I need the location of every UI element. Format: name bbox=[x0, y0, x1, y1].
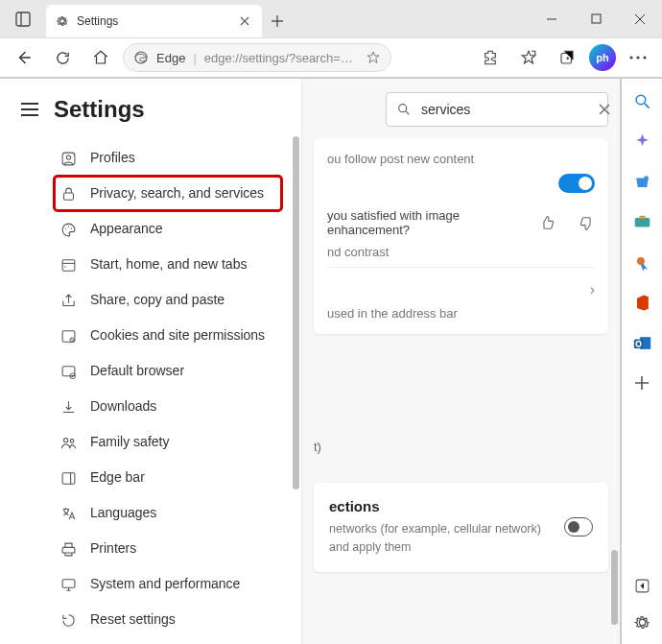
family-icon bbox=[59, 434, 77, 451]
nav-label: Family safety bbox=[90, 433, 169, 450]
toggle-switch[interactable] bbox=[558, 174, 595, 193]
rail-outlook-icon[interactable] bbox=[631, 332, 652, 353]
svg-rect-34 bbox=[639, 216, 645, 219]
edge-logo-icon bbox=[133, 50, 149, 65]
rail-collapse-icon[interactable] bbox=[631, 575, 652, 596]
snippet-text: t) bbox=[314, 440, 608, 454]
rail-add-icon[interactable] bbox=[631, 372, 652, 394]
nav-item-reset[interactable]: Reset settings bbox=[54, 602, 282, 637]
gear-icon bbox=[56, 14, 69, 28]
nav-scrollbar[interactable] bbox=[293, 136, 299, 489]
download-icon bbox=[59, 398, 77, 416]
svg-line-29 bbox=[406, 111, 409, 114]
svg-point-12 bbox=[64, 227, 65, 228]
tab-title: Settings bbox=[77, 14, 229, 28]
lock-icon bbox=[59, 185, 77, 203]
browser-tab[interactable]: Settings bbox=[46, 5, 262, 37]
svg-point-28 bbox=[399, 105, 407, 112]
browser-check-icon bbox=[59, 363, 77, 380]
favorite-star-icon[interactable] bbox=[366, 50, 381, 65]
nav-item-privacy[interactable]: Privacy, search, and services bbox=[54, 176, 282, 211]
rail-tools-icon[interactable] bbox=[631, 211, 652, 232]
nav-label: Profiles bbox=[90, 149, 135, 166]
svg-point-14 bbox=[70, 227, 71, 228]
nav-item-cookies[interactable]: Cookies and site permissions bbox=[54, 318, 282, 353]
refresh-button[interactable] bbox=[46, 41, 79, 74]
nav-label: Languages bbox=[90, 504, 156, 521]
search-icon bbox=[396, 102, 412, 117]
svg-rect-0 bbox=[16, 12, 30, 26]
svg-point-17 bbox=[64, 266, 65, 267]
rail-settings-icon[interactable] bbox=[631, 611, 652, 632]
profile-icon bbox=[59, 150, 77, 167]
printer-icon bbox=[59, 540, 77, 558]
close-window-button[interactable] bbox=[618, 0, 662, 37]
more-menu-button[interactable] bbox=[622, 41, 654, 74]
nav-item-system[interactable]: System and performance bbox=[54, 566, 282, 602]
share-icon bbox=[59, 292, 77, 309]
chevron-right-icon[interactable]: › bbox=[590, 281, 595, 298]
nav-label: Downloads bbox=[90, 397, 156, 415]
close-tab-button[interactable] bbox=[237, 13, 252, 29]
nav-item-share[interactable]: Share, copy and paste bbox=[54, 282, 282, 318]
language-icon bbox=[59, 505, 77, 522]
nav-item-default-browser[interactable]: Default browser bbox=[54, 353, 282, 389]
address-url: edge://settings/?search=se... bbox=[204, 51, 358, 65]
nav-menu-button[interactable] bbox=[21, 103, 38, 116]
nav-item-start[interactable]: Start, home, and new tabs bbox=[54, 247, 282, 282]
address-bar[interactable]: Edge | edge://settings/?search=se... bbox=[123, 43, 391, 72]
address-prefix: Edge bbox=[156, 51, 185, 65]
nav-label: Cookies and site permissions bbox=[90, 326, 265, 344]
settings-search[interactable] bbox=[386, 92, 608, 127]
profile-avatar[interactable]: ph bbox=[589, 44, 616, 71]
svg-rect-9 bbox=[62, 153, 75, 165]
svg-point-6 bbox=[629, 56, 632, 59]
sidebar-icon bbox=[59, 469, 77, 487]
svg-line-20 bbox=[70, 338, 73, 341]
snippet-text: used in the address bar bbox=[327, 306, 595, 321]
cookie-icon bbox=[59, 327, 77, 345]
section-subtitle: networks (for example, cellular network)… bbox=[329, 520, 564, 557]
svg-point-32 bbox=[644, 176, 649, 180]
svg-line-31 bbox=[644, 103, 649, 107]
minimize-button[interactable] bbox=[530, 0, 574, 37]
snippet-text: ou follow post new content bbox=[327, 152, 595, 166]
question-text: you satisfied with image enhancement? bbox=[327, 208, 539, 237]
favorites-button[interactable] bbox=[512, 41, 545, 74]
maximize-button[interactable] bbox=[574, 0, 618, 37]
nav-item-appearance[interactable]: Appearance bbox=[54, 211, 282, 247]
nav-item-languages[interactable]: Languages bbox=[54, 495, 282, 531]
home-button[interactable] bbox=[84, 41, 117, 74]
toggle-switch[interactable] bbox=[564, 517, 593, 537]
nav-label: System and performance bbox=[90, 575, 240, 592]
svg-rect-27 bbox=[62, 579, 75, 587]
extensions-button[interactable] bbox=[474, 41, 507, 74]
nav-item-downloads[interactable]: Downloads bbox=[54, 389, 282, 424]
nav-item-printers[interactable]: Printers bbox=[54, 531, 282, 566]
rail-rewards-icon[interactable] bbox=[631, 251, 652, 273]
svg-rect-15 bbox=[62, 259, 75, 270]
thumbs-down-button[interactable] bbox=[579, 215, 595, 231]
nav-item-family[interactable]: Family safety bbox=[54, 424, 282, 460]
rail-shopping-icon[interactable] bbox=[631, 171, 652, 192]
panel-scrollbar[interactable] bbox=[611, 550, 618, 625]
window-icon bbox=[59, 256, 77, 274]
rail-discover-icon[interactable] bbox=[631, 131, 652, 152]
monitor-icon bbox=[59, 576, 77, 593]
thumbs-up-button[interactable] bbox=[539, 215, 556, 231]
nav-item-profiles[interactable]: Profiles bbox=[54, 140, 282, 176]
svg-rect-11 bbox=[63, 193, 73, 200]
search-input[interactable] bbox=[421, 102, 589, 117]
svg-point-13 bbox=[67, 226, 68, 227]
new-tab-button[interactable] bbox=[262, 5, 293, 37]
palette-icon bbox=[59, 221, 77, 238]
svg-point-8 bbox=[643, 56, 646, 59]
tab-actions-button[interactable] bbox=[0, 0, 46, 37]
rail-search-icon[interactable] bbox=[631, 90, 652, 111]
rail-office-icon[interactable] bbox=[631, 292, 652, 313]
svg-point-10 bbox=[66, 155, 70, 158]
nav-item-edgebar[interactable]: Edge bar bbox=[54, 460, 282, 495]
clear-search-button[interactable] bbox=[599, 104, 610, 115]
collections-button[interactable] bbox=[551, 41, 583, 74]
back-button[interactable] bbox=[8, 41, 40, 74]
